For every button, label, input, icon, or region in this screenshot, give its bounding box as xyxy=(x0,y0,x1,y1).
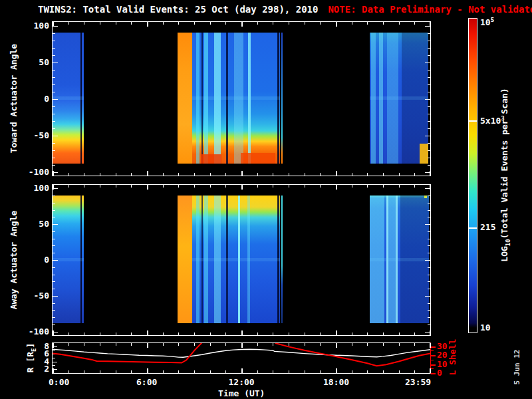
colorbar xyxy=(468,18,477,333)
x-tick xyxy=(336,171,337,176)
x-tick xyxy=(414,332,415,335)
spectrogram-block xyxy=(281,33,283,163)
spectrogram-patch xyxy=(420,144,428,163)
y-tick xyxy=(53,310,55,311)
zero-angle-band xyxy=(192,258,280,261)
y-tick xyxy=(428,231,430,232)
x-tick xyxy=(163,22,164,25)
y-tick-label: 50 xyxy=(19,219,49,229)
y-tick xyxy=(428,92,430,92)
x-tick xyxy=(100,332,100,335)
x-tick xyxy=(116,22,116,25)
x-tick xyxy=(257,185,258,188)
x-tick-label: 12:00 xyxy=(229,377,255,387)
x-tick xyxy=(100,173,100,176)
x-tick xyxy=(178,332,179,335)
y-tick xyxy=(428,128,430,129)
y-tick xyxy=(428,317,430,318)
x-tick xyxy=(336,185,337,190)
x-tick xyxy=(305,185,305,188)
colorbar-tick-label: 10 xyxy=(480,323,491,332)
y-tick xyxy=(53,165,55,166)
y-tick-label: 100 xyxy=(19,183,49,193)
away-axis-label: Away Actuator Angle xyxy=(9,211,19,310)
y-tick xyxy=(53,224,58,225)
y-tick-label: -50 xyxy=(19,291,49,301)
x-tick xyxy=(273,332,273,335)
x-tick xyxy=(194,22,195,25)
l-shell-tick-label: 0 xyxy=(437,368,442,378)
y-tick xyxy=(428,289,430,289)
x-tick xyxy=(336,331,337,335)
x-tick xyxy=(163,185,164,188)
y-tick xyxy=(53,84,55,85)
r-re-line xyxy=(53,349,430,357)
x-tick xyxy=(131,173,132,176)
l-shell-line xyxy=(275,343,430,366)
y-tick xyxy=(53,289,55,289)
y-tick xyxy=(53,196,55,196)
away-spectrogram-panel xyxy=(52,184,431,336)
y-tick xyxy=(428,84,430,85)
spectrogram-patch xyxy=(201,154,221,164)
x-tick xyxy=(241,331,243,335)
y-tick xyxy=(53,188,58,189)
x-tick xyxy=(352,173,352,176)
y-tick xyxy=(428,165,430,166)
x-tick xyxy=(68,22,69,25)
spectrogram-block xyxy=(178,33,192,163)
l-shell-tick xyxy=(431,368,434,369)
l-shell-tick xyxy=(431,350,434,351)
x-tick-label: 0:00 xyxy=(49,377,69,387)
l-shell-tick xyxy=(431,355,436,356)
l-shell-line xyxy=(53,343,203,363)
x-tick xyxy=(116,332,116,335)
x-tick xyxy=(147,22,148,27)
y-tick xyxy=(53,231,55,232)
y-tick-label: 100 xyxy=(19,21,49,31)
x-tick xyxy=(289,185,289,188)
y-tick xyxy=(425,224,430,225)
x-tick xyxy=(414,185,415,188)
spectrogram-block xyxy=(281,196,283,323)
y-tick xyxy=(53,210,55,211)
x-tick xyxy=(320,332,321,335)
y-tick xyxy=(53,150,55,151)
y-tick-label: 0 xyxy=(19,255,49,265)
y-tick xyxy=(53,158,55,158)
y-tick xyxy=(53,106,55,107)
y-tick xyxy=(425,260,430,261)
x-tick xyxy=(84,22,84,25)
x-tick xyxy=(68,332,69,335)
zero-angle-band xyxy=(192,96,280,100)
y-tick xyxy=(53,121,55,122)
plot-window: TWINS2: Total Valid Events: 25 Oct (day … xyxy=(0,0,532,399)
spectrogram-block xyxy=(53,33,84,163)
x-tick xyxy=(210,173,211,176)
x-tick xyxy=(414,22,415,25)
y-tick xyxy=(53,203,55,203)
y-tick xyxy=(53,48,55,49)
spectrogram-patch xyxy=(424,196,427,198)
y-tick xyxy=(53,128,55,129)
x-tick xyxy=(100,22,100,25)
y-tick-label: 50 xyxy=(19,57,49,67)
x-tick xyxy=(68,173,69,176)
y-tick xyxy=(425,26,430,27)
x-tick xyxy=(305,173,305,176)
y-tick xyxy=(53,317,55,318)
x-tick xyxy=(399,185,400,188)
y-tick xyxy=(53,267,55,268)
x-tick xyxy=(399,22,400,25)
y-tick xyxy=(53,92,55,92)
x-tick xyxy=(147,331,148,335)
colorbar-tick-label: 215 xyxy=(480,222,495,232)
x-tick xyxy=(147,171,148,176)
y-tick xyxy=(428,77,430,78)
y-tick xyxy=(428,33,430,34)
x-tick xyxy=(163,173,164,176)
x-tick xyxy=(273,22,273,25)
x-tick xyxy=(131,22,132,25)
x-tick xyxy=(257,22,258,25)
datestamp: 5 Jun 12 xyxy=(513,350,521,385)
